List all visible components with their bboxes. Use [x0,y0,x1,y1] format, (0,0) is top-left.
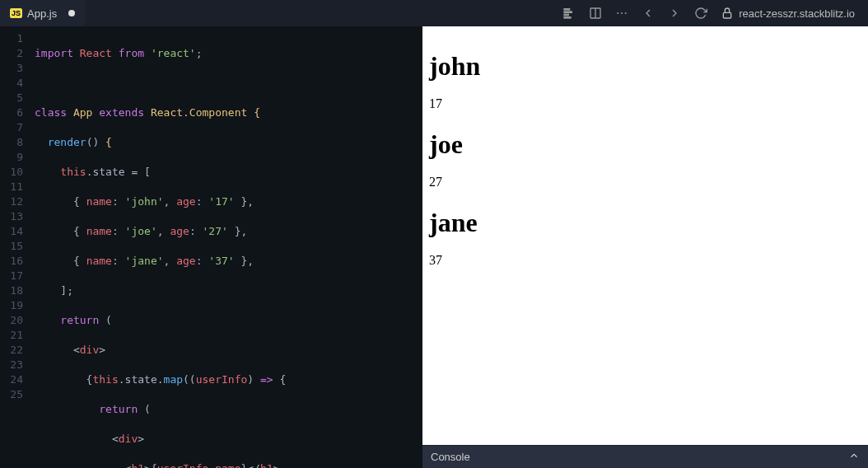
svg-rect-2 [564,14,568,15]
tab-filename: App.js [27,7,57,20]
app-root: JS App.js [0,0,868,468]
line-number: 21 [0,328,23,343]
line-number: 15 [0,239,23,254]
file-tab[interactable]: JS App.js [0,0,85,26]
forward-icon[interactable] [668,7,681,20]
js-badge: JS [10,8,22,18]
line-number: 8 [0,135,23,150]
line-number: 23 [0,358,23,372]
line-number: 20 [0,313,23,328]
preview-age: 17 [429,96,442,110]
line-number: 16 [0,254,23,269]
url-display[interactable]: react-zesszr.stackblitz.io [721,7,855,20]
console-bar[interactable]: Console [422,445,868,468]
preview-heading: joe [429,129,861,160]
line-number: 6 [0,105,23,120]
back-icon[interactable] [642,7,655,20]
line-number: 4 [0,76,23,91]
line-number: 18 [0,283,23,298]
line-number: 24 [0,372,23,387]
reload-icon[interactable] [694,7,707,20]
preview-age: 37 [429,253,442,267]
preview-heading: john [429,51,861,82]
svg-point-8 [625,12,627,14]
line-number: 10 [0,165,23,180]
svg-rect-1 [564,12,572,12]
preview-pane: john17joe27jane37 Console [422,26,868,468]
preview-age: 27 [429,175,442,189]
line-number: 19 [0,298,23,313]
svg-point-6 [617,12,618,14]
line-number: 14 [0,224,23,239]
line-number: 2 [0,46,23,61]
line-number: 5 [0,91,23,105]
url-text: react-zesszr.stackblitz.io [739,7,855,20]
svg-rect-3 [564,17,571,18]
svg-rect-9 [723,12,730,18]
svg-rect-0 [564,9,570,10]
line-number: 3 [0,61,23,76]
line-number: 11 [0,180,23,194]
preview-content: john17joe27jane37 [422,26,868,445]
code-content[interactable]: import React from 'react'; class App ext… [35,26,422,468]
dirty-indicator-icon [68,10,75,16]
console-label: Console [431,451,470,463]
code-editor[interactable]: 1234567891011121314151617181920212223242… [0,26,422,468]
split-pane-icon[interactable] [589,7,602,20]
prettier-icon[interactable] [562,7,576,20]
line-number: 9 [0,150,23,165]
line-number: 7 [0,120,23,135]
line-gutter: 1234567891011121314151617181920212223242… [0,26,35,468]
main-area: 1234567891011121314151617181920212223242… [0,26,868,468]
more-icon[interactable] [615,7,628,20]
preview-heading: jane [429,208,861,238]
line-number: 13 [0,209,23,224]
line-number: 25 [0,387,23,402]
console-chevron-icon[interactable] [848,450,860,464]
preview-item: joe27 [429,129,861,190]
svg-point-7 [621,12,623,14]
preview-item: jane37 [429,208,861,268]
line-number: 17 [0,269,23,283]
line-number: 12 [0,194,23,209]
toolbar: JS App.js [0,0,868,26]
line-number: 1 [0,31,23,46]
preview-item: john17 [429,51,861,111]
toolbar-actions: react-zesszr.stackblitz.io [562,7,868,20]
line-number: 22 [0,343,23,358]
lock-icon [721,7,734,20]
